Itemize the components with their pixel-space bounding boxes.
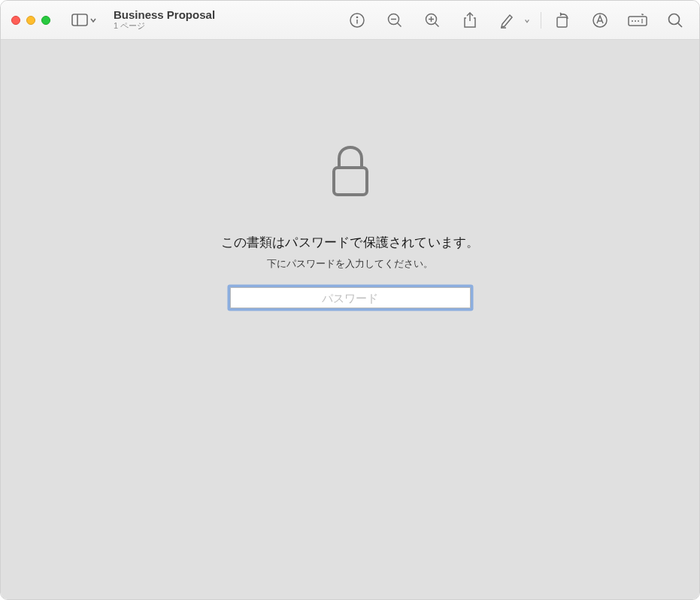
highlight-chevron-icon[interactable] — [524, 14, 530, 27]
content-area: この書類はパスワードで保護されています。 下にパスワードを入力してください。 — [1, 40, 699, 599]
window-controls — [11, 16, 50, 25]
search-button[interactable] — [665, 10, 686, 31]
zoom-in-icon — [424, 12, 441, 29]
chevron-down-icon — [89, 17, 97, 24]
titlebar: Business Proposal 1 ページ — [1, 1, 699, 40]
search-icon — [667, 12, 683, 29]
svg-point-19 — [638, 20, 639, 22]
info-button[interactable] — [347, 10, 368, 31]
highlight-icon — [499, 12, 516, 29]
rotate-button[interactable] — [552, 10, 573, 31]
svg-line-22 — [678, 23, 682, 26]
svg-rect-23 — [334, 168, 367, 195]
zoom-out-button[interactable] — [384, 10, 405, 31]
title-block: Business Proposal 1 ページ — [114, 9, 249, 32]
sidebar-toggle-button[interactable] — [67, 11, 102, 29]
zoom-in-button[interactable] — [422, 10, 443, 31]
form-icon — [628, 14, 647, 27]
svg-line-9 — [435, 23, 439, 26]
svg-point-18 — [635, 20, 636, 22]
svg-point-21 — [669, 14, 680, 24]
document-title: Business Proposal — [114, 9, 249, 22]
page-count: 1 ページ — [114, 21, 249, 31]
password-input[interactable] — [230, 287, 471, 308]
share-button[interactable] — [459, 10, 480, 31]
svg-rect-0 — [72, 14, 87, 26]
markup-button[interactable] — [589, 10, 611, 31]
highlight-button[interactable] — [497, 10, 518, 31]
form-button[interactable] — [627, 10, 648, 31]
toolbar-separator — [541, 12, 541, 29]
info-icon — [349, 12, 365, 29]
sidebar-icon — [71, 14, 88, 26]
share-icon — [462, 11, 477, 29]
protected-subheading: 下にパスワードを入力してください。 — [267, 257, 433, 271]
toolbar — [347, 10, 689, 31]
protected-heading: この書類はパスワードで保護されています。 — [221, 234, 480, 251]
close-button[interactable] — [11, 16, 20, 25]
svg-line-6 — [398, 23, 402, 26]
zoom-button[interactable] — [41, 16, 50, 25]
markup-icon — [592, 12, 608, 29]
rotate-icon — [554, 12, 571, 29]
zoom-out-icon — [386, 12, 403, 29]
lock-icon — [330, 145, 371, 201]
svg-rect-14 — [557, 17, 567, 27]
svg-point-3 — [356, 17, 357, 17]
svg-point-17 — [632, 20, 633, 22]
minimize-button[interactable] — [26, 16, 35, 25]
